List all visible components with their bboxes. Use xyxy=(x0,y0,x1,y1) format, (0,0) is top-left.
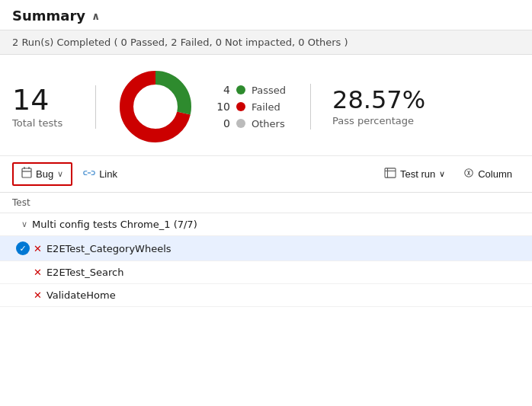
test-run-button[interactable]: Test run ∨ xyxy=(377,165,453,184)
passed-count: 4 xyxy=(215,84,230,96)
svg-rect-4 xyxy=(22,168,31,177)
summary-title: Summary xyxy=(12,8,85,24)
bug-button[interactable]: Bug ∨ xyxy=(12,162,72,186)
link-icon xyxy=(83,168,95,181)
others-dot xyxy=(236,119,245,128)
legend-failed: 10 Failed xyxy=(215,101,286,113)
run-summary-text: 2 Run(s) Completed ( 0 Passed, 2 Failed,… xyxy=(12,37,348,48)
run-summary-bar: 2 Run(s) Completed ( 0 Passed, 2 Failed,… xyxy=(0,30,532,55)
donut-chart-block xyxy=(96,69,215,145)
fail-icon: ✕ xyxy=(34,243,42,254)
failed-count: 10 xyxy=(215,101,230,113)
column-svg xyxy=(463,168,474,178)
fail-icon: ✕ xyxy=(34,267,42,278)
summary-header: Summary ∧ xyxy=(0,0,532,30)
others-label: Others xyxy=(252,118,285,129)
stats-row: 14 Total tests 4 Passed 10 xyxy=(0,55,532,156)
legend-others: 0 Others xyxy=(215,117,286,129)
test-group-row[interactable]: ∨ Multi config tests Chrome_1 (7/7) xyxy=(0,213,532,236)
pass-percentage-label: Pass percentage xyxy=(332,115,425,126)
column-icon xyxy=(463,168,474,181)
svg-point-3 xyxy=(134,85,177,128)
expand-icon: ∨ xyxy=(21,219,27,229)
others-count: 0 xyxy=(215,117,230,129)
passed-label: Passed xyxy=(252,85,286,96)
checked-checkbox: ✓ xyxy=(16,241,30,255)
column-label: Column xyxy=(478,168,512,180)
total-label: Total tests xyxy=(12,117,62,129)
toolbar: Bug ∨ Link Test run ∨ xyxy=(0,156,532,193)
testrun-caret-icon: ∨ xyxy=(439,169,445,179)
test-name: E2ETest_CategoryWheels xyxy=(46,243,171,254)
test-run-icon xyxy=(384,168,396,181)
testrun-svg xyxy=(384,168,396,178)
test-row[interactable]: ✕ ValidateHome xyxy=(0,284,532,307)
col-header: Test xyxy=(0,193,532,213)
svg-rect-8 xyxy=(385,168,396,177)
fail-icon: ✕ xyxy=(34,289,42,301)
bug-caret-icon: ∨ xyxy=(57,169,63,179)
test-row[interactable]: ✕ E2ETest_Search xyxy=(0,261,532,284)
link-button[interactable]: Link xyxy=(75,165,125,184)
failed-label: Failed xyxy=(252,101,280,113)
total-tests-block: 14 Total tests xyxy=(12,85,96,129)
test-name: ValidateHome xyxy=(46,289,116,301)
pass-percentage-block: 28.57% Pass percentage xyxy=(311,88,425,126)
bug-label: Bug xyxy=(36,168,53,180)
col-header-test: Test xyxy=(12,197,30,208)
table-area: Test ∨ Multi config tests Chrome_1 (7/7)… xyxy=(0,193,532,307)
checkmark-icon: ✓ xyxy=(19,244,26,254)
test-name: E2ETest_Search xyxy=(46,267,123,278)
toolbar-right: Test run ∨ Column xyxy=(377,165,520,184)
column-button[interactable]: Column xyxy=(456,165,520,184)
test-run-label: Test run xyxy=(400,168,435,180)
row-checkbox-area: ✓ xyxy=(12,241,34,255)
legend-passed: 4 Passed xyxy=(215,84,286,96)
link-svg xyxy=(83,168,95,178)
group-name: Multi config tests Chrome_1 (7/7) xyxy=(32,219,197,230)
failed-dot xyxy=(236,102,245,111)
total-count: 14 xyxy=(12,85,49,114)
bug-icon xyxy=(21,167,32,181)
bug-svg xyxy=(21,167,32,179)
passed-dot xyxy=(236,85,245,94)
legend-block: 4 Passed 10 Failed 0 Others xyxy=(215,84,311,129)
collapse-icon[interactable]: ∧ xyxy=(91,10,100,22)
test-row[interactable]: ✓ ✕ E2ETest_CategoryWheels xyxy=(0,236,532,261)
link-label: Link xyxy=(99,168,117,180)
pass-percentage-value: 28.57% xyxy=(332,88,425,112)
donut-chart xyxy=(117,69,194,145)
